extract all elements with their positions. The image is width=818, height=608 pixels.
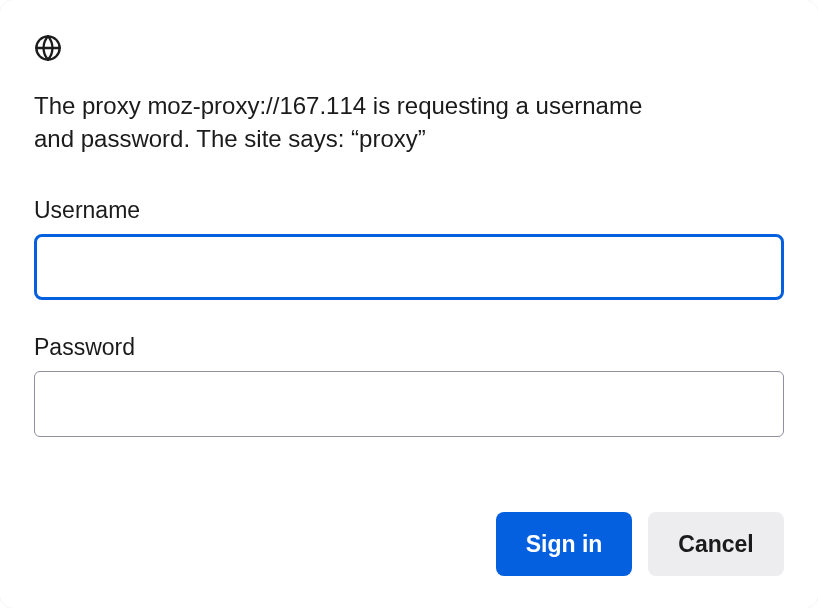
password-label: Password: [34, 334, 784, 361]
username-input[interactable]: [34, 234, 784, 300]
password-field-group: Password: [34, 334, 784, 437]
globe-icon: [34, 34, 62, 62]
signin-button[interactable]: Sign in: [496, 512, 632, 576]
dialog-message: The proxy moz-proxy://167.114 is request…: [34, 90, 674, 155]
proxy-auth-dialog: The proxy moz-proxy://167.114 is request…: [0, 0, 818, 608]
username-field-group: Username: [34, 197, 784, 300]
cancel-button[interactable]: Cancel: [648, 512, 784, 576]
dialog-icon-wrap: [34, 34, 784, 62]
dialog-button-row: Sign in Cancel: [34, 512, 784, 578]
password-input[interactable]: [34, 371, 784, 437]
username-label: Username: [34, 197, 784, 224]
